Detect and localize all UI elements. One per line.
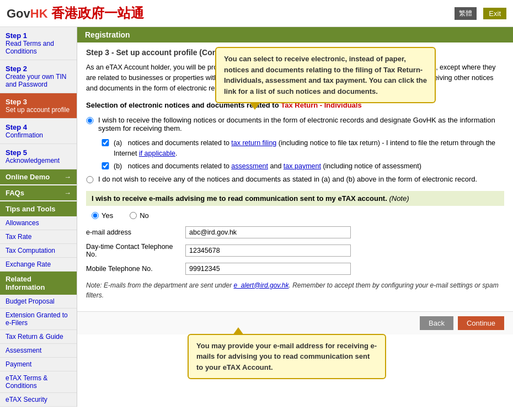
- bottom-bar: Back Continue: [77, 311, 513, 334]
- step5-sub: Acknowledgement: [6, 157, 71, 164]
- step2-sub: Create your own TIN and Password: [6, 73, 71, 88]
- sidebar-tax-return-guide[interactable]: Tax Return & Guide: [0, 330, 77, 344]
- faqs-arrow: →: [64, 189, 71, 197]
- sidebar-extension[interactable]: Extension Granted to e-Filers: [0, 309, 77, 330]
- online-demo-section[interactable]: Online Demo →: [0, 169, 77, 184]
- mobile-field-label: Mobile Telephone No.: [86, 265, 185, 273]
- radio-email-yes[interactable]: [92, 212, 99, 219]
- radio-wish-no-label: I do not wish to receive any of the noti…: [98, 175, 477, 183]
- sidebar-assessment[interactable]: Assessment: [0, 344, 77, 358]
- email-section-title: I wish to receive e-mails advising me to…: [86, 191, 504, 206]
- step3-sub: Set up account profile: [6, 106, 71, 114]
- email-field-label: e-mail address: [86, 228, 185, 236]
- checkbox-b-row: (b) notices and documents related to ass…: [101, 161, 504, 172]
- continue-button[interactable]: Continue: [458, 316, 504, 330]
- radio-email-no[interactable]: [130, 212, 137, 219]
- checkbox-a-row: (a) notices and documents related to tax…: [101, 138, 504, 159]
- daytime-row: Day-time Contact Telephone No.: [86, 243, 504, 258]
- mobile-input[interactable]: [185, 263, 351, 275]
- sidebar-etax-terms[interactable]: eTAX Terms & Conditions: [0, 371, 77, 393]
- step5-title: Step 5: [6, 148, 71, 157]
- related-info-label: Related Information: [6, 275, 45, 291]
- registration-bar: Registration: [77, 27, 513, 42]
- header-right: 繁體 Exit: [455, 7, 506, 20]
- step3-title: Step 3: [6, 98, 71, 106]
- sidebar-allowances[interactable]: Allowances: [0, 216, 77, 230]
- tips-tools-section[interactable]: Tips and Tools: [0, 201, 77, 216]
- sidebar-tax-rate[interactable]: Tax Rate: [0, 230, 77, 244]
- step4-sub: Confirmation: [6, 131, 71, 139]
- checkbox-sub-group: (a) notices and documents related to tax…: [101, 138, 504, 171]
- back-button[interactable]: Back: [420, 316, 453, 330]
- radio-wish-no[interactable]: [86, 176, 94, 183]
- email-row: e-mail address: [86, 226, 504, 238]
- tooltip-bottom: You may provide your e-mail address for …: [188, 334, 386, 380]
- checkbox-b[interactable]: [101, 162, 109, 169]
- logo-hk: HK: [30, 7, 48, 20]
- daytime-input[interactable]: [185, 244, 351, 257]
- related-info-header: Related Information: [0, 272, 77, 295]
- email-input[interactable]: [185, 226, 351, 238]
- sidebar: Step 1 Read Terms and Conditions Step 2 …: [0, 27, 77, 407]
- sidebar-etax-security[interactable]: eTAX Security: [0, 393, 77, 407]
- main-content: You can select to receive electronic, in…: [77, 27, 513, 407]
- bottom-note: Note: E-mails from the department are se…: [86, 280, 504, 300]
- mobile-row: Mobile Telephone No.: [86, 263, 504, 275]
- sidebar-step2[interactable]: Step 2 Create your own TIN and Password: [0, 60, 77, 93]
- contact-form: e-mail address Day-time Contact Telephon…: [86, 226, 504, 275]
- e-alert-email-link[interactable]: e_alert@ird.gov.hk: [233, 281, 288, 289]
- no-label[interactable]: No: [130, 211, 149, 220]
- radio-wish-yes[interactable]: [86, 117, 94, 124]
- email-note: (Note): [389, 194, 409, 203]
- step1-sub: Read Terms and Conditions: [6, 40, 71, 55]
- yes-label[interactable]: Yes: [92, 211, 113, 220]
- yes-no-row: Yes No: [92, 211, 504, 220]
- step1-title: Step 1: [6, 31, 71, 40]
- checkbox-a[interactable]: [101, 139, 109, 146]
- logo-cn: 香港政府一站通: [51, 6, 144, 20]
- online-demo-label: Online Demo: [6, 173, 50, 181]
- sidebar-step4[interactable]: Step 4 Confirmation: [0, 119, 77, 144]
- step4-title: Step 4: [6, 123, 71, 131]
- sidebar-step3[interactable]: Step 3 Set up account profile: [0, 93, 77, 119]
- assessment-link[interactable]: assessment: [231, 162, 268, 170]
- sidebar-payment[interactable]: Payment: [0, 358, 77, 371]
- page-header: GovHK 香港政府一站通 繁體 Exit: [0, 0, 513, 27]
- tips-tools-label: Tips and Tools: [6, 205, 56, 213]
- if-applicable-link[interactable]: if applicable: [139, 150, 175, 157]
- logo-gov: Gov: [7, 7, 30, 20]
- sidebar-step1[interactable]: Step 1 Read Terms and Conditions: [0, 27, 77, 60]
- lang-button[interactable]: 繁體: [455, 7, 477, 20]
- faqs-label: FAQs: [6, 189, 24, 197]
- sidebar-step5[interactable]: Step 5 Acknowledgement: [0, 144, 77, 169]
- sidebar-budget[interactable]: Budget Proposal: [0, 295, 77, 309]
- tax-payment-link[interactable]: tax payment: [284, 162, 321, 170]
- tooltip-top: You can select to receive electronic, in…: [215, 47, 436, 103]
- radio-wish-yes-label: I wish to receive the following notices …: [98, 116, 504, 132]
- daytime-field-label: Day-time Contact Telephone No.: [86, 243, 185, 258]
- online-demo-arrow: →: [64, 173, 71, 181]
- faqs-section[interactable]: FAQs →: [0, 185, 77, 200]
- sidebar-exchange-rate[interactable]: Exchange Rate: [0, 258, 77, 272]
- exit-button[interactable]: Exit: [483, 8, 506, 19]
- radio-option-2: I do not wish to receive any of the noti…: [86, 175, 504, 183]
- checkbox-b-label: (b) notices and documents related to ass…: [114, 161, 421, 172]
- radio-option-1: I wish to receive the following notices …: [86, 116, 504, 132]
- main-layout: Step 1 Read Terms and Conditions Step 2 …: [0, 27, 513, 407]
- sidebar-tax-computation[interactable]: Tax Computation: [0, 244, 77, 258]
- step2-title: Step 2: [6, 65, 71, 73]
- checkbox-a-label: (a) notices and documents related to tax…: [114, 138, 504, 159]
- site-logo: GovHK 香港政府一站通: [7, 4, 144, 22]
- tax-return-filing-link[interactable]: tax return filing: [231, 139, 276, 147]
